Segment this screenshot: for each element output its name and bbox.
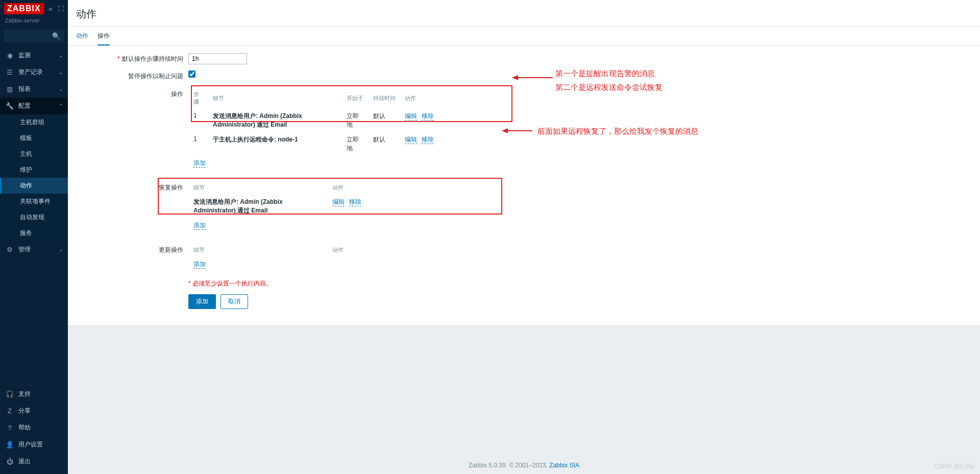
sub-correlation[interactable]: 关联项事件 [0, 194, 68, 209]
cell-actions: 编辑 移除 [328, 195, 394, 218]
footer-support[interactable]: 🎧 支持 [0, 386, 68, 402]
nav-label: 报表 [18, 85, 31, 93]
footer-text: Zabbix 5.0.39. © 2001–2023, [469, 462, 549, 469]
submit-button[interactable]: 添加 [188, 294, 216, 309]
headset-icon: 🎧 [5, 390, 14, 398]
label-recovery: 恢复操作 [76, 180, 188, 192]
nav-label: 监测 [18, 51, 31, 60]
th-steps: 步骤 [189, 88, 208, 108]
table-header: 步骤 细节 开始于 持续时间 动作 [189, 88, 468, 108]
sub-services[interactable]: 服务 [0, 225, 68, 241]
fullscreen-icon[interactable]: ⛶ [58, 5, 64, 12]
cell-actions: 编辑 移除 [401, 133, 468, 155]
sub-templates[interactable]: 模板 [0, 130, 68, 146]
add-update-link[interactable]: 添加 [193, 260, 206, 269]
sub-discovery[interactable]: 自动发现 [0, 209, 68, 225]
nav-label: 分享 [18, 407, 31, 415]
form: 默认操作步骤持续时间 暂停操作以制止问题 操作 步骤 细节 开始于 [68, 46, 980, 325]
input-default-duration[interactable] [188, 53, 247, 64]
cancel-button[interactable]: 取消 [220, 294, 248, 309]
th-details: 细节 [209, 88, 341, 108]
chart-icon: ▥ [5, 85, 14, 93]
sub-hostgroups[interactable]: 主机群组 [0, 114, 68, 130]
power-icon: ⏻ [5, 458, 14, 465]
sub-actions[interactable]: 动作 [0, 178, 68, 194]
th-details: 细节 [189, 244, 327, 256]
nav-admin[interactable]: ⚙ 管理 ⌄ [0, 241, 68, 258]
content-card: 动作 操作 默认操作步骤持续时间 暂停操作以制止问题 操作 步骤 [68, 27, 980, 326]
edit-link[interactable]: 编辑 [332, 198, 345, 206]
nav-reports[interactable]: ▥ 报表 ⌄ [0, 81, 68, 98]
operations-table: 步骤 细节 开始于 持续时间 动作 1 发送消息给用户: Admin (Zabb… [188, 87, 469, 171]
add-recovery-link[interactable]: 添加 [193, 222, 206, 230]
nav-label: 帮助 [18, 423, 31, 432]
server-name: Zabbix-server [0, 17, 68, 28]
add-operation-link[interactable]: 添加 [193, 159, 206, 168]
collapse-icon[interactable]: « [48, 5, 53, 13]
footer-help[interactable]: ? 帮助 [0, 419, 68, 436]
nav-label: 配置 [18, 102, 31, 110]
chevron-down-icon: ⌄ [59, 53, 63, 58]
sidebar-footer: 🎧 支持 Z 分享 ? 帮助 👤 用户设置 ⏻ 退出 [0, 386, 68, 474]
cell-step: 1 [189, 133, 208, 155]
nav-label: 资产记录 [18, 68, 43, 77]
footer-share[interactable]: Z 分享 [0, 402, 68, 419]
search-box[interactable]: 🔍 [4, 30, 64, 42]
search-input[interactable] [8, 32, 52, 39]
tab-action[interactable]: 动作 [76, 27, 88, 45]
config-submenu: 主机群组 模板 主机 维护 动作 关联项事件 自动发现 服务 [0, 114, 68, 241]
nav-label: 退出 [18, 457, 31, 466]
label-operations: 操作 [76, 87, 188, 99]
table-header: 细节 动作 [189, 244, 394, 256]
list-icon: ☰ [5, 68, 14, 76]
tab-operation[interactable]: 操作 [97, 27, 110, 45]
nav-monitor[interactable]: ◉ 监测 ⌄ [0, 47, 68, 64]
search-icon[interactable]: 🔍 [52, 32, 60, 40]
sidebar: ZABBIX « ⛶ Zabbix-server 🔍 ◉ 监测 ⌄ ☰ 资产记录… [0, 0, 68, 474]
chevron-down-icon: ⌄ [59, 86, 63, 92]
table-add-row: 添加 [189, 219, 394, 232]
cell-actions: 编辑 移除 [401, 109, 468, 132]
cell-details: 发送消息给用户: Admin (Zabbix Administrator) 通过… [209, 109, 341, 132]
footer-logout[interactable]: ⏻ 退出 [0, 453, 68, 470]
table-header: 细节 动作 [189, 181, 394, 194]
row-default-duration: 默认操作步骤持续时间 [76, 53, 972, 64]
row-hint: * 必须至少设置一个执行内容。 [76, 279, 972, 288]
cell-details: 于主机上执行远程命令: node-1 [209, 133, 341, 155]
sub-hosts[interactable]: 主机 [0, 146, 68, 162]
row-buttons: 添加 取消 [76, 294, 972, 309]
remove-link[interactable]: 移除 [349, 198, 361, 206]
help-icon: ? [5, 424, 14, 432]
table-add-row: 添加 [189, 156, 468, 170]
nav-inventory[interactable]: ☰ 资产记录 ⌄ [0, 64, 68, 81]
remove-link[interactable]: 移除 [422, 112, 434, 121]
cell-start: 立即地 [342, 133, 368, 155]
remove-link[interactable]: 移除 [422, 136, 434, 144]
cell-duration: 默认 [369, 109, 400, 132]
table-add-row: 添加 [189, 257, 394, 271]
table-row: 1 于主机上执行远程命令: node-1 立即地 默认 编辑 移除 [189, 133, 468, 155]
cell-start: 立即地 [342, 109, 368, 132]
label-pause: 暂停操作以制止问题 [76, 70, 188, 81]
th-start: 开始于 [342, 88, 368, 108]
button-group: 添加 取消 [188, 294, 248, 309]
footer: Zabbix 5.0.39. © 2001–2023, Zabbix SIA [68, 457, 980, 474]
wrench-icon: 🔧 [5, 102, 14, 110]
logo[interactable]: ZABBIX [4, 3, 44, 14]
update-block: 细节 动作 添加 [188, 243, 395, 272]
footer-link[interactable]: Zabbix SIA [549, 462, 579, 469]
logo-row: ZABBIX « ⛶ [0, 0, 68, 17]
nav-config[interactable]: 🔧 配置 ⌃ [0, 98, 68, 114]
th-action: 动作 [328, 244, 394, 256]
edit-link[interactable]: 编辑 [405, 136, 417, 144]
row-pause: 暂停操作以制止问题 [76, 70, 972, 81]
page-title: 动作 [68, 0, 980, 27]
row-update: 更新操作 细节 动作 添加 [76, 243, 972, 272]
checkbox-pause[interactable] [188, 70, 195, 78]
row-operations: 操作 步骤 细节 开始于 持续时间 动作 1 发送消息给用户: Ad [76, 87, 972, 171]
edit-link[interactable]: 编辑 [405, 112, 417, 121]
footer-user[interactable]: 👤 用户设置 [0, 436, 68, 453]
tabs: 动作 操作 [68, 27, 980, 46]
update-table: 细节 动作 添加 [188, 243, 395, 272]
sub-maintenance[interactable]: 维护 [0, 162, 68, 178]
